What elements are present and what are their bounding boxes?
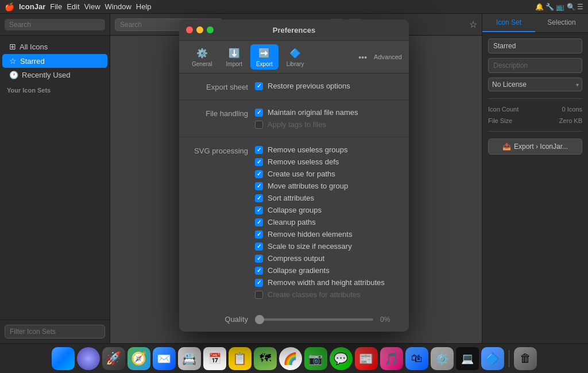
minimize-button[interactable] (196, 26, 203, 33)
tab-selection[interactable]: Selection (535, 14, 588, 32)
export-btn-label: Export › IconJar... (514, 143, 568, 151)
dock: 🚀 🧭 ✉️ 📇 📅 📋 🗺 🌈 📷 💬 📰 🎵 🛍 ⚙️ 💻 🔷 🗑 (0, 343, 588, 373)
file-handling-section: File handling Maintain original file nam… (179, 100, 409, 137)
dock-finder[interactable] (52, 347, 75, 370)
export-toolbar-icon: ➡️ (258, 47, 270, 59)
dock-trash[interactable]: 🗑 (514, 347, 537, 370)
tab-icon-set[interactable]: Icon Set (482, 14, 535, 32)
svg-checkbox-7[interactable] (255, 230, 263, 239)
svg-label-4: Sort attributes (268, 194, 314, 202)
sidebar-recently-used-label: Recently Used (22, 71, 71, 79)
license-select[interactable]: No License (488, 78, 582, 91)
file-handling-options: Maintain original file names Apply tags … (255, 108, 397, 129)
dock-messages[interactable]: 💬 (330, 347, 353, 370)
sidebar-search-input[interactable] (5, 19, 105, 30)
maintain-file-names-checkbox[interactable] (255, 109, 263, 117)
menu-edit[interactable]: Edit (67, 2, 79, 11)
preferences-modal[interactable]: Preferences ⚙️ General ⬇️ Import ➡️ Expo… (179, 20, 409, 332)
dock-siri[interactable] (77, 347, 100, 370)
svg-label-7: Remove hidden elements (268, 230, 352, 239)
sidebar-item-starred[interactable]: ☆ Starred (2, 54, 107, 68)
svg-checkbox-4[interactable] (255, 194, 263, 202)
svg-option-row-7: Remove hidden elements (255, 230, 397, 239)
dock-music[interactable]: 🎵 (380, 347, 403, 370)
quality-slider[interactable] (255, 318, 373, 321)
close-button[interactable] (186, 26, 193, 33)
restore-previous-checkbox[interactable] (255, 82, 263, 90)
sidebar-item-all-icons[interactable]: ⊞ All Icons (2, 40, 107, 53)
file-size-value: Zero KB (559, 117, 582, 124)
maintain-file-names-label: Maintain original file names (268, 108, 358, 117)
menu-help[interactable]: Help (136, 2, 152, 11)
sidebar-all-icons-label: All Icons (20, 43, 48, 51)
svg-label-12: Create classes for attributes (268, 290, 361, 299)
dock-iconjar[interactable]: 🔷 (481, 347, 504, 370)
menu-file[interactable]: File (50, 2, 62, 11)
dock-launchpad[interactable]: 🚀 (102, 347, 125, 370)
dock-maps[interactable]: 🗺 (254, 347, 277, 370)
modal-titlebar: Preferences (179, 20, 409, 40)
toolbar-library[interactable]: 🔷 Library (281, 44, 310, 70)
modal-toolbar: ⚙️ General ⬇️ Import ➡️ Export 🔷 Library… (179, 40, 409, 74)
svg-checkbox-3[interactable] (255, 182, 263, 190)
file-size-label: File Size (488, 117, 512, 124)
menu-window[interactable]: Window (105, 2, 131, 11)
toolbar-export[interactable]: ➡️ Export (250, 44, 278, 70)
dock-notes[interactable]: 📋 (229, 347, 252, 370)
sidebar-item-recently-used[interactable]: 🕐 Recently Used (2, 68, 107, 82)
toolbar-general[interactable]: ⚙️ General (186, 44, 218, 70)
right-panel-tabs: Icon Set Selection (482, 14, 588, 33)
sidebar: ⊞ All Icons ☆ Starred 🕐 Recently Used Yo… (0, 14, 110, 343)
maximize-button[interactable] (207, 26, 214, 33)
svg-label-3: Move attributes to group (268, 182, 348, 190)
restore-previous-options-row: Restore previous options (255, 82, 397, 90)
dock-calendar[interactable]: 📅 (203, 347, 226, 370)
svg-checkbox-11[interactable] (255, 279, 263, 287)
dock-sysprefs[interactable]: ⚙️ (431, 347, 454, 370)
quality-section: Quality 0% (179, 307, 409, 332)
svg-checkbox-6[interactable] (255, 218, 263, 226)
dock-facetime[interactable]: 📷 (304, 347, 327, 370)
svg-label-10: Collapse gradients (268, 266, 330, 275)
svg-label-8: Scale to size if necessary (268, 242, 352, 251)
svg-option-row-8: Scale to size if necessary (255, 242, 397, 251)
svg-option-row-4: Sort attributes (255, 194, 397, 202)
svg-label-2: Create use for paths (268, 170, 335, 178)
menu-view[interactable]: View (84, 2, 100, 11)
dock-photos[interactable]: 🌈 (279, 347, 302, 370)
app-name-menu[interactable]: IconJar (19, 2, 45, 11)
svg-checkbox-5[interactable] (255, 206, 263, 214)
svg-checkbox-0[interactable] (255, 146, 263, 154)
star-button[interactable]: ☆ (469, 19, 477, 30)
more-button[interactable]: ••• (354, 49, 372, 66)
file-size-row: File Size Zero KB (488, 117, 582, 124)
svg-option-row-5: Collapse groups (255, 206, 397, 214)
library-icon: 🔷 (289, 47, 301, 59)
apply-tags-checkbox[interactable] (255, 121, 263, 129)
svg-checkbox-1[interactable] (255, 158, 263, 166)
menu-bar: 🍎 IconJar File Edit View Window Help 🔔 🔧… (0, 0, 588, 14)
svg-label-6: Cleanup paths (268, 218, 316, 226)
dock-appstore[interactable]: 🛍 (405, 347, 428, 370)
svg-checkbox-8[interactable] (255, 243, 263, 251)
icon-count-value: 0 Icons (562, 106, 582, 113)
svg-checkbox-2[interactable] (255, 170, 263, 178)
svg-checkbox-9[interactable] (255, 255, 263, 263)
export-button[interactable]: 📤 Export › IconJar... (488, 139, 582, 155)
menu-right-icons: 🔔 🔧 📺 🔍 ☰ (535, 3, 583, 11)
svg-processing-section: SVG processing Remove useless groupsRemo… (179, 137, 409, 307)
dock-news[interactable]: 📰 (355, 347, 378, 370)
dock-safari[interactable]: 🧭 (127, 347, 150, 370)
description-input[interactable] (488, 58, 582, 73)
dock-mail[interactable]: ✉️ (153, 347, 176, 370)
icon-set-name-input[interactable] (488, 39, 582, 53)
dock-terminal[interactable]: 💻 (456, 347, 479, 370)
icon-count-label: Icon Count (488, 106, 519, 113)
svg-checkbox-12[interactable] (255, 291, 263, 299)
toolbar-import[interactable]: ⬇️ Import (220, 44, 248, 70)
svg-checkbox-10[interactable] (255, 267, 263, 275)
sidebar-toolbar (0, 14, 110, 36)
dock-contacts[interactable]: 📇 (178, 347, 201, 370)
svg-label-1: Remove useless defs (268, 157, 339, 166)
filter-icon-sets-input[interactable] (5, 325, 105, 339)
